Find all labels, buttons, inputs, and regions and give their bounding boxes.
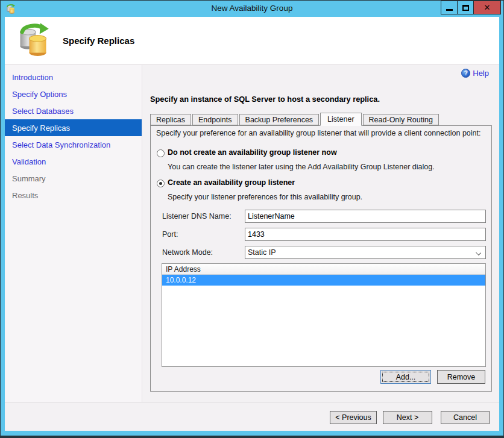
dns-name-row: Listener DNS Name: [162, 210, 486, 223]
chevron-down-icon [476, 250, 481, 255]
window-controls: ✕ [441, 1, 501, 14]
remove-button[interactable]: Remove [437, 370, 485, 384]
port-row: Port: [162, 228, 486, 241]
page-title: Specify Replicas [63, 36, 134, 46]
sidebar-item-validation[interactable]: Validation [5, 153, 142, 170]
sidebar-item-specify-options[interactable]: Specify Options [5, 86, 142, 102]
help-icon: ? [461, 69, 470, 78]
help-label: Help [473, 69, 489, 78]
sidebar-item-summary: Summary [5, 170, 142, 187]
dialog-body: Specify Replicas Introduction Specify Op… [5, 17, 499, 431]
tab-listener[interactable]: Listener [320, 113, 361, 126]
sidebar-item-specify-replicas[interactable]: Specify Replicas [5, 119, 142, 136]
sidebar-item-select-data-synchronization[interactable]: Select Data Synchronization [5, 136, 142, 153]
sidebar-item-results: Results [5, 187, 142, 204]
previous-button[interactable]: < Previous [330, 411, 377, 424]
tab-read-only-routing[interactable]: Read-Only Routing [363, 114, 439, 125]
ip-address-list[interactable]: IP Address 10.0.0.12 [162, 263, 486, 367]
title-bar[interactable]: New Availability Group ✕ [1, 1, 503, 17]
dns-name-label: Listener DNS Name: [162, 212, 245, 221]
network-mode-label: Network Mode: [162, 248, 245, 257]
tab-replicas[interactable]: Replicas [150, 114, 191, 125]
option-desc-no-listener: You can create the listener later using … [168, 163, 435, 171]
listener-intro-text: Specify your preference for an availabil… [156, 129, 481, 137]
wizard-steps-sidebar: Introduction Specify Options Select Data… [5, 65, 142, 402]
instruction-text: Specify an instance of SQL Server to hos… [150, 95, 380, 104]
radio-create-listener[interactable] [157, 180, 165, 187]
ip-address-row[interactable]: 10.0.0.12 [162, 275, 485, 286]
tab-backup-preferences[interactable]: Backup Preferences [239, 114, 320, 125]
next-button[interactable]: Next > [383, 411, 432, 424]
port-input[interactable] [245, 228, 486, 241]
radio-do-not-create-listener[interactable] [157, 149, 165, 157]
window-title: New Availability Group [1, 4, 503, 13]
tab-endpoints[interactable]: Endpoints [192, 114, 238, 125]
close-icon: ✕ [484, 4, 491, 11]
listener-tab-page: Specify your preference for an availabil… [150, 125, 492, 392]
network-mode-row: Network Mode: Static IP [162, 246, 486, 259]
network-mode-select[interactable]: Static IP [245, 246, 486, 259]
main-panel: ? Help Specify an instance of SQL Server… [142, 65, 499, 402]
replicas-icon [17, 22, 49, 57]
port-label: Port: [162, 230, 245, 239]
dialog-footer: < Previous Next > Cancel [5, 402, 499, 431]
dns-name-input[interactable] [245, 210, 486, 223]
maximize-icon [462, 5, 469, 11]
sidebar-item-introduction[interactable]: Introduction [5, 69, 142, 86]
wizard-header: Specify Replicas [5, 17, 499, 64]
network-mode-value: Static IP [248, 248, 276, 257]
minimize-button[interactable] [441, 1, 458, 14]
option-desc-create-listener: Specify your listener preferences for th… [168, 193, 362, 201]
option-label-create-listener[interactable]: Create an availability group listener [168, 178, 295, 187]
help-link[interactable]: ? Help [461, 69, 489, 78]
close-button[interactable]: ✕ [473, 1, 501, 14]
new-availability-group-window: New Availability Group ✕ Specify Replica… [0, 0, 504, 438]
option-label-no-listener[interactable]: Do not create an availability group list… [168, 148, 337, 157]
tab-strip: Replicas Endpoints Backup Preferences Li… [150, 112, 440, 125]
maximize-button[interactable] [457, 1, 474, 14]
content-row: Introduction Specify Options Select Data… [5, 65, 499, 402]
add-button[interactable]: Add... [380, 370, 431, 384]
ip-address-column-header[interactable]: IP Address [162, 264, 485, 275]
sidebar-item-select-databases[interactable]: Select Databases [5, 102, 142, 119]
minimize-icon [446, 9, 453, 11]
cancel-button[interactable]: Cancel [441, 411, 490, 424]
